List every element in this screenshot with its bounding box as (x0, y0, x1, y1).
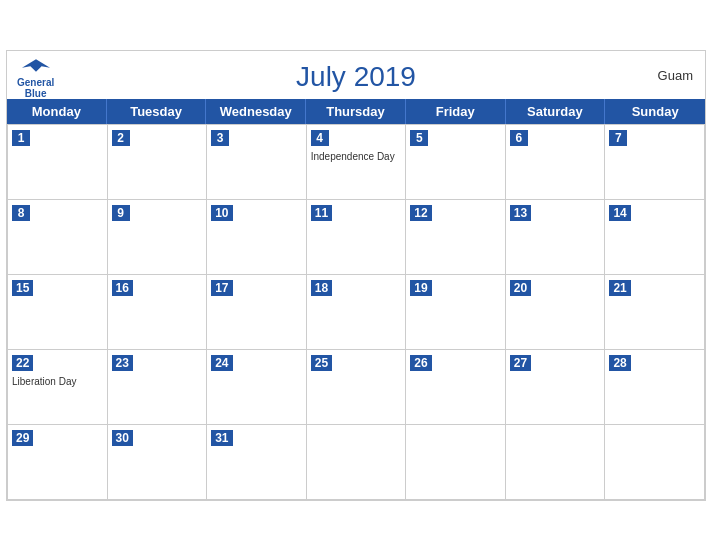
calendar-grid: 1234Independence Day56789101112131415161… (7, 124, 705, 500)
day-header-wednesday: Wednesday (206, 99, 306, 124)
day-headers-row: Monday Tuesday Wednesday Thursday Friday… (7, 99, 705, 124)
svg-marker-0 (22, 59, 50, 72)
cell-day-number: 1 (12, 130, 30, 146)
calendar-cell (307, 425, 407, 500)
calendar-cell: 2 (108, 125, 208, 200)
calendar-cell: 30 (108, 425, 208, 500)
calendar-cell: 11 (307, 200, 407, 275)
cell-day-number: 6 (510, 130, 528, 146)
cell-day-number: 27 (510, 355, 531, 371)
cell-day-number: 25 (311, 355, 332, 371)
calendar-cell: 31 (207, 425, 307, 500)
calendar-cell: 16 (108, 275, 208, 350)
day-header-tuesday: Tuesday (107, 99, 207, 124)
cell-day-number: 4 (311, 130, 329, 146)
cell-day-number: 18 (311, 280, 332, 296)
calendar-cell: 27 (506, 350, 606, 425)
cell-day-number: 31 (211, 430, 232, 446)
region-label: Guam (658, 67, 693, 82)
calendar-cell (506, 425, 606, 500)
cell-day-number: 22 (12, 355, 33, 371)
calendar-cell: 17 (207, 275, 307, 350)
cell-day-number: 10 (211, 205, 232, 221)
day-header-sunday: Sunday (605, 99, 705, 124)
day-header-monday: Monday (7, 99, 107, 124)
calendar-cell: 4Independence Day (307, 125, 407, 200)
calendar-cell: 8 (8, 200, 108, 275)
day-header-thursday: Thursday (306, 99, 406, 124)
calendar-cell: 24 (207, 350, 307, 425)
calendar-title: July 2019 (296, 61, 416, 93)
cell-day-number: 16 (112, 280, 133, 296)
calendar-cell (605, 425, 705, 500)
cell-day-number: 28 (609, 355, 630, 371)
calendar-container: General Blue July 2019 Guam Monday Tuesd… (6, 50, 706, 501)
calendar-cell: 1 (8, 125, 108, 200)
calendar-cell: 22Liberation Day (8, 350, 108, 425)
cell-day-number: 19 (410, 280, 431, 296)
calendar-cell: 3 (207, 125, 307, 200)
calendar-cell: 14 (605, 200, 705, 275)
cell-day-number: 3 (211, 130, 229, 146)
cell-day-number: 24 (211, 355, 232, 371)
calendar-cell: 18 (307, 275, 407, 350)
cell-day-number: 20 (510, 280, 531, 296)
cell-day-number: 14 (609, 205, 630, 221)
calendar-cell: 10 (207, 200, 307, 275)
cell-day-number: 7 (609, 130, 627, 146)
cell-day-number: 26 (410, 355, 431, 371)
calendar-cell: 20 (506, 275, 606, 350)
cell-day-number: 5 (410, 130, 428, 146)
logo-area: General Blue (17, 59, 54, 99)
calendar-cell: 7 (605, 125, 705, 200)
calendar-cell (406, 425, 506, 500)
calendar-cell: 28 (605, 350, 705, 425)
calendar-cell: 13 (506, 200, 606, 275)
cell-day-number: 21 (609, 280, 630, 296)
cell-day-number: 9 (112, 205, 130, 221)
calendar-cell: 21 (605, 275, 705, 350)
day-header-saturday: Saturday (506, 99, 606, 124)
cell-day-number: 29 (12, 430, 33, 446)
calendar-cell: 26 (406, 350, 506, 425)
day-header-friday: Friday (406, 99, 506, 124)
calendar-cell: 23 (108, 350, 208, 425)
calendar-cell: 12 (406, 200, 506, 275)
calendar-cell: 15 (8, 275, 108, 350)
logo-general-text: General (17, 77, 54, 88)
calendar-cell: 6 (506, 125, 606, 200)
calendar-cell: 29 (8, 425, 108, 500)
calendar-cell: 19 (406, 275, 506, 350)
cell-day-number: 12 (410, 205, 431, 221)
cell-day-number: 2 (112, 130, 130, 146)
calendar-cell: 5 (406, 125, 506, 200)
cell-day-number: 17 (211, 280, 232, 296)
cell-day-number: 15 (12, 280, 33, 296)
cell-day-number: 11 (311, 205, 332, 221)
cell-event: Liberation Day (12, 375, 103, 388)
calendar-header: General Blue July 2019 Guam (7, 51, 705, 99)
cell-day-number: 23 (112, 355, 133, 371)
cell-day-number: 30 (112, 430, 133, 446)
logo-blue-text: Blue (25, 88, 47, 99)
cell-day-number: 8 (12, 205, 30, 221)
logo-bird-icon (22, 59, 50, 77)
calendar-cell: 25 (307, 350, 407, 425)
calendar-cell: 9 (108, 200, 208, 275)
cell-day-number: 13 (510, 205, 531, 221)
cell-event: Independence Day (311, 150, 402, 163)
